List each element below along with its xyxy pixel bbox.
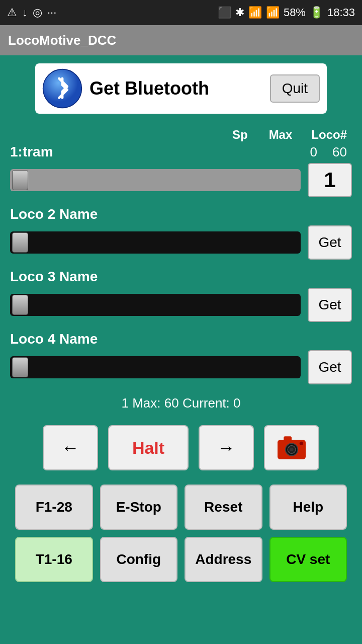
more-icon: ··· — [47, 6, 56, 19]
status-line: 1 Max: 60 Current: 0 — [10, 395, 352, 411]
loco-1-max: 60 — [332, 144, 347, 160]
signal-icon: 📶 — [266, 6, 280, 19]
loco-3-section: Loco 3 Name Get — [10, 269, 352, 322]
loco-1-name: 1:tram — [10, 144, 53, 160]
loco-3-slider-row: Get — [10, 288, 352, 322]
cast-icon: ⬛ — [218, 6, 231, 19]
time: 18:33 — [327, 6, 355, 19]
loco-2-button[interactable]: Get — [308, 225, 352, 260]
status-right-icons: ⬛ ✱ 📶 📶 58% 🔋 18:33 — [218, 6, 355, 19]
loco-2-thumb — [12, 232, 28, 253]
back-button[interactable]: ← — [43, 425, 98, 470]
bluetooth-label: Get Bluetooth — [89, 78, 270, 99]
loco-2-slider-row: Get — [10, 225, 352, 260]
bluetooth-status-icon: ✱ — [235, 6, 244, 19]
loco-1-slider[interactable] — [10, 169, 301, 191]
wifi-icon: 📶 — [248, 6, 262, 19]
warning-icon: ⚠ — [7, 6, 17, 19]
battery-percent: 58% — [284, 6, 306, 19]
loco-4-slider-row: Get — [10, 350, 352, 384]
svg-point-6 — [290, 448, 294, 451]
help-button[interactable]: Help — [269, 485, 347, 530]
app-title: LocoMotive_DCC — [8, 33, 116, 48]
loco-4-button[interactable]: Get — [308, 350, 352, 384]
forward-button[interactable]: → — [199, 425, 254, 470]
battery-icon: 🔋 — [310, 6, 323, 19]
status-bar: ⚠ ↓ ◎ ··· ⬛ ✱ 📶 📶 58% 🔋 18:33 — [0, 0, 362, 25]
max-header: Max — [269, 128, 293, 142]
main-content: Get Bluetooth Quit Sp Max Loco# 1:tram 0… — [0, 55, 362, 592]
loco-2-name: Loco 2 Name — [10, 206, 98, 222]
bottom-buttons: F1-28 E-Stop Reset Help T1-16 Config Add… — [10, 485, 352, 582]
direction-row: ← Halt → — [10, 425, 352, 470]
loco-1-thumb — [12, 170, 28, 190]
camera-icon — [274, 430, 309, 465]
loco-4-section: Loco 4 Name Get — [10, 331, 352, 384]
bluetooth-row: Get Bluetooth Quit — [35, 63, 327, 114]
loco-1-button[interactable]: 1 — [308, 163, 352, 197]
download-icon: ↓ — [22, 6, 28, 19]
loco-4-name: Loco 4 Name — [10, 331, 98, 347]
reset-button[interactable]: Reset — [185, 485, 262, 530]
bluetooth-icon — [42, 68, 82, 109]
address-button[interactable]: Address — [185, 537, 262, 582]
e-stop-button[interactable]: E-Stop — [100, 485, 178, 530]
loco-num-header: Loco# — [311, 128, 347, 142]
sp-header: Sp — [232, 128, 248, 142]
halt-button[interactable]: Halt — [108, 425, 189, 470]
loco-4-thumb — [12, 357, 28, 377]
camera-button[interactable] — [264, 425, 319, 470]
loco-1-sp: 0 — [310, 144, 317, 160]
loco-1-section: 1:tram 0 60 1 — [10, 144, 352, 197]
loco-3-slider[interactable] — [10, 294, 301, 316]
t1-16-button[interactable]: T1-16 — [15, 537, 93, 582]
loco-1-values: 0 60 — [310, 144, 347, 160]
loco-2-section: Loco 2 Name Get — [10, 206, 352, 260]
loco-2-slider[interactable] — [10, 231, 301, 254]
loco-1-slider-row: 1 — [10, 163, 352, 197]
config-button[interactable]: Config — [100, 537, 178, 582]
f1-28-button[interactable]: F1-28 — [15, 485, 93, 530]
quit-button[interactable]: Quit — [270, 74, 320, 103]
svg-point-5 — [300, 442, 303, 445]
title-bar: LocoMotive_DCC — [0, 25, 362, 55]
column-headers: Sp Max Loco# — [10, 128, 352, 142]
svg-point-0 — [43, 69, 82, 108]
svg-rect-4 — [284, 436, 292, 442]
status-left-icons: ⚠ ↓ ◎ ··· — [7, 6, 56, 19]
loco-3-thumb — [12, 295, 28, 315]
loco-3-name: Loco 3 Name — [10, 269, 98, 285]
loco-3-button[interactable]: Get — [308, 288, 352, 322]
loco-4-slider[interactable] — [10, 356, 301, 378]
cv-set-button[interactable]: CV set — [269, 537, 347, 582]
sync-icon: ◎ — [33, 6, 42, 19]
